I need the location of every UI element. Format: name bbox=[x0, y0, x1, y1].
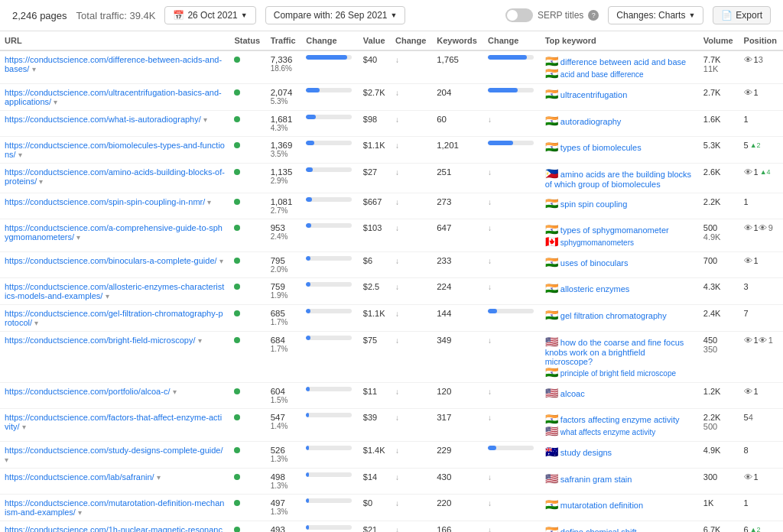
keyword-link[interactable]: difference between acid and base bbox=[560, 57, 686, 66]
eyes-icon: 👁 bbox=[759, 336, 767, 345]
keywords-change-cell bbox=[483, 305, 541, 332]
traffic-number: 2,074 bbox=[271, 88, 297, 97]
url-dropdown-arrow[interactable]: ▾ bbox=[22, 423, 26, 431]
value-change-indicator: ↓ bbox=[395, 446, 399, 455]
url-link[interactable]: https://conductscience.com/ultracentrifu… bbox=[5, 88, 222, 106]
traffic-change-cell bbox=[301, 409, 359, 442]
url-dropdown-arrow[interactable]: ▾ bbox=[54, 98, 57, 106]
url-link[interactable]: https://conductscience.com/difference-be… bbox=[5, 55, 222, 73]
keyword-link[interactable]: define chemical shift bbox=[560, 527, 637, 532]
url-link[interactable]: https://conductscience.com/biomolecules-… bbox=[5, 141, 225, 159]
change-indicator: ↓ bbox=[488, 168, 492, 177]
keyword-link[interactable]: gel filtration chromatography bbox=[560, 311, 667, 320]
keyword-link[interactable]: autoradiography bbox=[560, 117, 622, 126]
url-dropdown-arrow[interactable]: ▾ bbox=[76, 233, 80, 242]
compare-picker[interactable]: Compare with: 26 Sep 2021 ▼ bbox=[265, 6, 406, 24]
value-change-cell: ↓ bbox=[391, 111, 432, 137]
url-link[interactable]: https://conductscience.com/study-designs… bbox=[5, 446, 223, 455]
position-number-secondary: 1 bbox=[768, 336, 773, 345]
keyword-link[interactable]: spin spin coupling bbox=[560, 200, 627, 209]
traffic-cell: 1,081 2.7% bbox=[266, 193, 302, 219]
value-cell: $6 bbox=[359, 252, 391, 278]
traffic-change-cell bbox=[301, 495, 359, 521]
traffic-bar bbox=[306, 498, 352, 503]
url-dropdown-arrow[interactable]: ▾ bbox=[39, 177, 43, 186]
url-dropdown-arrow[interactable]: ▾ bbox=[203, 115, 207, 124]
traffic-cell: 526 1.3% bbox=[266, 442, 302, 469]
value-change-cell: ↓ bbox=[391, 84, 432, 111]
keyword-link[interactable]: study designs bbox=[560, 448, 612, 457]
value-change-cell: ↓ bbox=[391, 193, 432, 219]
url-link[interactable]: https://conductscience.com/bright-field-… bbox=[5, 336, 195, 345]
url-dropdown-arrow[interactable]: ▾ bbox=[157, 473, 161, 482]
url-link[interactable]: https://conductscience.com/a-comprehensi… bbox=[5, 223, 223, 242]
keywords-change-cell bbox=[483, 84, 541, 111]
traffic-bar bbox=[306, 413, 352, 417]
url-link[interactable]: https://conductscience.com/mutarotation-… bbox=[5, 498, 224, 517]
keyword-link[interactable]: safranin gram stain bbox=[560, 475, 632, 484]
keyword-link[interactable]: how do the coarse and fine focus knobs w… bbox=[545, 338, 684, 366]
change-indicator: ↓ bbox=[488, 414, 492, 422]
keyword-link[interactable]: uses of binoculars bbox=[560, 258, 629, 268]
keyword-link[interactable]: allosteric enzymes bbox=[560, 284, 629, 294]
volume-cell: 1.2K bbox=[699, 383, 739, 409]
url-link[interactable]: https://conductscience.com/amino-acids-b… bbox=[5, 167, 225, 186]
keyword-link[interactable]: alcoac bbox=[560, 389, 585, 398]
url-link[interactable]: https://conductscience.com/lab/safranin/ bbox=[5, 472, 154, 482]
keywords-change-cell bbox=[483, 137, 541, 164]
keyword-link[interactable]: amino acids are the building blocks of w… bbox=[545, 170, 691, 189]
top-keyword-cell: 🇺🇸 how do the coarse and fine focus knob… bbox=[541, 332, 699, 383]
keyword-link-secondary[interactable]: what affects enzyme activity bbox=[560, 428, 655, 436]
url-dropdown-arrow[interactable]: ▾ bbox=[198, 336, 202, 345]
value-cell: $2.7K bbox=[359, 84, 391, 111]
status-cell bbox=[229, 332, 265, 383]
value-change-cell: ↓ bbox=[391, 164, 432, 193]
export-btn[interactable]: 📄 Export bbox=[713, 6, 771, 24]
url-dropdown-arrow[interactable]: ▾ bbox=[32, 65, 36, 73]
value-change-cell: ↓ bbox=[391, 219, 432, 252]
keyword-link[interactable]: mutarotation definition bbox=[560, 501, 643, 510]
position-number: 1 bbox=[744, 498, 749, 508]
url-dropdown-arrow[interactable]: ▾ bbox=[78, 508, 82, 517]
keyword-link[interactable]: types of biomolecules bbox=[560, 143, 642, 152]
traffic-change-cell bbox=[301, 305, 359, 332]
changes-chart-btn[interactable]: Changes: Charts ▼ bbox=[608, 6, 703, 24]
keywords-count-cell: 273 bbox=[432, 193, 483, 219]
url-link[interactable]: https://conductscience.com/binoculars-a-… bbox=[5, 256, 217, 265]
keywords-number: 430 bbox=[437, 472, 451, 482]
url-dropdown-arrow[interactable]: ▾ bbox=[207, 198, 211, 206]
url-dropdown-arrow[interactable]: ▾ bbox=[173, 388, 177, 396]
date-picker[interactable]: 📅 26 Oct 2021 ▼ bbox=[164, 6, 255, 24]
value-change-indicator: ↓ bbox=[395, 198, 399, 206]
keyword-link-secondary[interactable]: principle of bright field microscope bbox=[560, 369, 676, 378]
url-link[interactable]: https://conductscience.com/1h-nuclear-ma… bbox=[5, 525, 223, 532]
url-dropdown-arrow[interactable]: ▾ bbox=[18, 151, 22, 159]
serp-titles-toggle[interactable] bbox=[505, 8, 533, 22]
status-dot bbox=[234, 527, 240, 532]
traffic-cell: 685 1.7% bbox=[266, 305, 302, 332]
url-dropdown-arrow[interactable]: ▾ bbox=[5, 456, 8, 464]
traffic-cell: 795 2.0% bbox=[266, 252, 302, 278]
keyword-link[interactable]: ultracentrifugation bbox=[560, 90, 627, 99]
url-link[interactable]: https://conductscience.com/factors-that-… bbox=[5, 413, 222, 431]
value-cell: $0 bbox=[359, 495, 391, 521]
help-icon[interactable]: ? bbox=[588, 10, 599, 21]
keyword-link-secondary[interactable]: acid and base difference bbox=[560, 70, 644, 79]
url-link[interactable]: https://conductscience.com/what-is-autor… bbox=[5, 115, 201, 124]
position-cell: 3 bbox=[739, 278, 783, 305]
keywords-change-cell: ↓ bbox=[483, 252, 541, 278]
keyword-link[interactable]: factors affecting enzyme activity bbox=[560, 415, 680, 424]
position-cell: 5 4 bbox=[739, 409, 783, 442]
value-change-indicator: ↓ bbox=[395, 499, 399, 508]
url-dropdown-arrow[interactable]: ▾ bbox=[34, 319, 38, 327]
url-link[interactable]: https://conductscience.com/allosteric-en… bbox=[5, 282, 224, 300]
url-cell: https://conductscience.com/factors-that-… bbox=[0, 409, 229, 442]
url-link[interactable]: https://conductscience.com/portfolio/alc… bbox=[5, 387, 170, 396]
url-dropdown-arrow[interactable]: ▾ bbox=[106, 292, 109, 300]
keywords-count-cell: 317 bbox=[432, 409, 483, 442]
url-link[interactable]: https://conductscience.com/spin-spin-cou… bbox=[5, 197, 205, 206]
keyword-link-secondary[interactable]: sphygmomanometers bbox=[560, 238, 634, 247]
url-dropdown-arrow[interactable]: ▾ bbox=[219, 257, 223, 265]
keywords-number: 233 bbox=[437, 256, 451, 265]
keyword-link[interactable]: types of sphygmomanometer bbox=[560, 225, 669, 235]
